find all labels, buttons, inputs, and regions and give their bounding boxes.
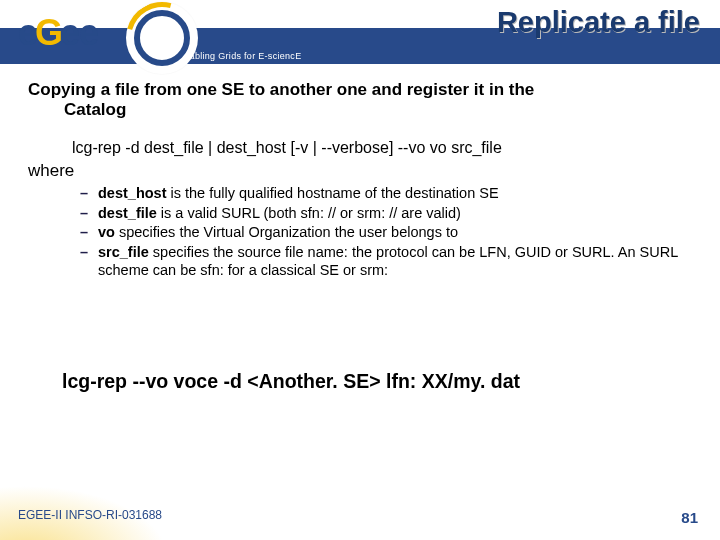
list-item: – vo specifies the Virtual Organization … xyxy=(80,224,692,242)
example-command: lcg-rep --vo voce -d <Another. SE> lfn: … xyxy=(62,370,520,393)
logo-text: eGee xyxy=(18,12,98,54)
egee-logo: eGee xyxy=(18,6,168,61)
bullet-text: vo specifies the Virtual Organization th… xyxy=(98,224,692,242)
dash-icon: – xyxy=(80,185,98,203)
command-syntax: lcg-rep -d dest_file | dest_host [-v | -… xyxy=(28,139,692,157)
bullet-text: dest_file is a valid SURL (both sfn: // … xyxy=(98,205,692,223)
dash-icon: – xyxy=(80,224,98,242)
page-number: 81 xyxy=(681,509,698,526)
slide-title: Replicate a file xyxy=(200,6,700,39)
footer-id: EGEE-II INFSO-RI-031688 xyxy=(18,508,162,522)
where-label: where xyxy=(28,161,692,181)
list-item: – dest_host is the fully qualified hostn… xyxy=(80,185,692,203)
dash-icon: – xyxy=(80,205,98,223)
logo-letter: G xyxy=(35,12,62,54)
body: Copying a file from one SE to another on… xyxy=(28,80,692,282)
bullet-list: – dest_host is the fully qualified hostn… xyxy=(28,185,692,279)
heading-line2: Catalog xyxy=(28,100,692,120)
logo-letter: e xyxy=(79,12,98,54)
slide: Replicate a file Replicate a file Enabli… xyxy=(0,0,720,540)
bullet-text: src_file specifies the source file name:… xyxy=(98,244,692,279)
logo-letter: e xyxy=(60,12,79,54)
bullet-text: dest_host is the fully qualified hostnam… xyxy=(98,185,692,203)
heading-line1: Copying a file from one SE to another on… xyxy=(28,80,534,99)
list-item: – dest_file is a valid SURL (both sfn: /… xyxy=(80,205,692,223)
dash-icon: – xyxy=(80,244,98,262)
logo-arc-icon xyxy=(113,0,211,87)
section-heading: Copying a file from one SE to another on… xyxy=(28,80,692,119)
list-item: – src_file specifies the source file nam… xyxy=(80,244,692,279)
tagline: Enabling Grids for E-sciencE xyxy=(178,51,301,61)
